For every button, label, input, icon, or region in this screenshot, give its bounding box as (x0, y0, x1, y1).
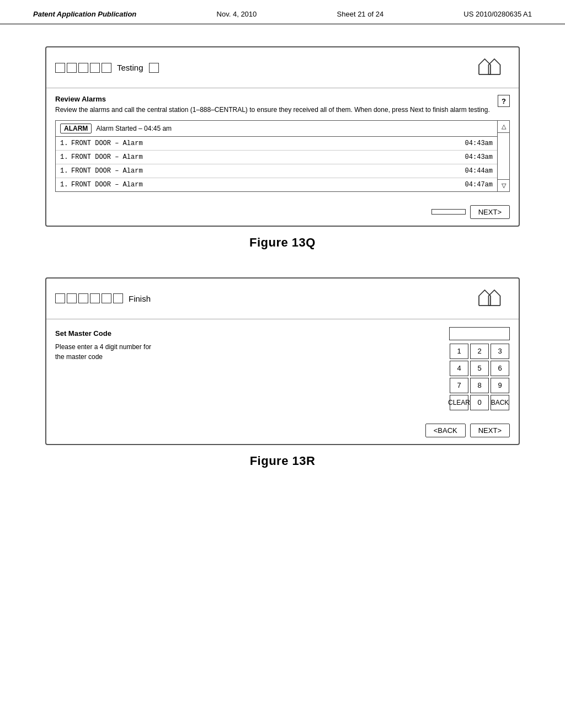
topbar-right-13r (471, 284, 510, 313)
alarm-row: 1. FRONT DOOR – Alarm 04:47am (56, 178, 497, 191)
alarm-row: 1. FRONT DOOR – Alarm 04:44am (56, 164, 497, 178)
step-box-r4 (90, 293, 100, 303)
code-input-field[interactable] (449, 327, 510, 340)
key-7[interactable]: 7 (450, 378, 468, 393)
key-1[interactable]: 1 (450, 344, 468, 359)
panel-footer-13q: NEXT> (46, 200, 519, 226)
key-back[interactable]: BACK (491, 395, 509, 410)
figure-13q: Testing ? Review Alarms (44, 46, 521, 250)
panel-topbar-13q: Testing (46, 47, 519, 88)
key-5[interactable]: 5 (470, 361, 489, 376)
master-code-right: 1 2 3 4 5 6 7 8 9 CLEAR 0 BACK (449, 327, 510, 410)
master-code-left: Set Master Code Please enter a 4 digit n… (55, 327, 438, 410)
panel-footer-13r: <BACK NEXT> (46, 418, 519, 444)
alarm-row: 1. FRONT DOOR – Alarm 04:43am (56, 151, 497, 164)
step-box-5 (102, 63, 111, 73)
step-box-r6 (113, 293, 123, 303)
patent-label: US 2010/0280635 A1 (463, 10, 532, 18)
alarm-num-4: 1. (60, 181, 71, 189)
alarm-desc-4: FRONT DOOR – Alarm (71, 181, 449, 189)
alarm-row: 1. FRONT DOOR – Alarm 04:43am (56, 137, 497, 151)
key-4[interactable]: 4 (450, 361, 468, 376)
alarm-time-3: 04:44am (449, 167, 493, 175)
home-icon-13r (471, 284, 510, 312)
scroll-down-btn[interactable]: ▽ (498, 179, 509, 191)
page-header: Patent Application Publication Nov. 4, 2… (0, 0, 565, 24)
panel-13r: Finish Set Master Code Please enter (45, 277, 520, 445)
alarm-desc-1: FRONT DOOR – Alarm (71, 140, 449, 147)
alarm-tag: ALARM (60, 124, 92, 133)
alarm-list-container: ALARM Alarm Started – 04:45 am 1. FRONT … (55, 120, 510, 192)
section-desc-13q: Review the alarms and call the central s… (55, 105, 510, 115)
key-8[interactable]: 8 (470, 378, 489, 393)
master-code-body: Set Master Code Please enter a 4 digit n… (46, 319, 519, 418)
next-button-13q[interactable]: NEXT> (470, 205, 510, 219)
alarm-time-4: 04:47am (449, 181, 493, 189)
step-box-1 (55, 63, 65, 73)
panel-13q: Testing ? Review Alarms (45, 46, 520, 227)
key-6[interactable]: 6 (491, 361, 509, 376)
next-button-13r[interactable]: NEXT> (470, 424, 510, 437)
home-icon (471, 53, 510, 81)
keypad: 1 2 3 4 5 6 7 8 9 CLEAR 0 BACK (450, 344, 509, 410)
key-2[interactable]: 2 (470, 344, 489, 359)
main-content: Testing ? Review Alarms (0, 24, 565, 518)
key-9[interactable]: 9 (491, 378, 509, 393)
alarm-num-1: 1. (60, 140, 71, 147)
topbar-left-13r: Finish (55, 293, 151, 303)
back-button-13r[interactable]: <BACK (425, 424, 466, 437)
alarm-desc-2: FRONT DOOR – Alarm (71, 153, 449, 161)
step-box-r3 (78, 293, 88, 303)
help-button-13q[interactable]: ? (498, 95, 510, 107)
step-box-2 (67, 63, 77, 73)
step-boxes-13q (55, 63, 111, 73)
topbar-right-13q (471, 53, 510, 82)
panel-topbar-13r: Finish (46, 279, 519, 319)
scroll-up-btn[interactable]: △ (498, 121, 509, 133)
figure-13r: Finish Set Master Code Please enter (44, 277, 521, 468)
sheet-label: Sheet 21 of 24 (337, 10, 384, 18)
master-code-desc-line1: Please enter a 4 digit number for (55, 343, 151, 351)
alarm-time-2: 04:43am (449, 153, 493, 161)
step-label-13r: Finish (129, 294, 151, 303)
section-title-13q: Review Alarms (55, 95, 510, 103)
step-boxes-13r (55, 293, 123, 303)
master-code-desc: Please enter a 4 digit number for the ma… (55, 342, 438, 362)
step-box-r5 (102, 293, 111, 303)
step-box-4 (90, 63, 100, 73)
alarm-list: ALARM Alarm Started – 04:45 am 1. FRONT … (55, 120, 498, 192)
figure-13r-caption: Figure 13R (44, 454, 521, 468)
key-3[interactable]: 3 (491, 344, 509, 359)
publication-label: Patent Application Publication (33, 10, 136, 18)
key-clear[interactable]: CLEAR (450, 395, 468, 410)
date-label: Nov. 4, 2010 (217, 10, 257, 18)
alarm-num-3: 1. (60, 167, 71, 175)
panel-body-13q: ? Review Alarms Review the alarms and ca… (46, 88, 519, 200)
step-box-r2 (67, 293, 77, 303)
alarm-header-text: Alarm Started – 04:45 am (96, 125, 172, 132)
step-extra-box-13q (149, 63, 159, 73)
alarm-desc-3: FRONT DOOR – Alarm (71, 167, 449, 175)
alarm-list-header: ALARM Alarm Started – 04:45 am (56, 121, 497, 137)
alarm-num-2: 1. (60, 153, 71, 161)
key-0[interactable]: 0 (470, 395, 489, 410)
step-box-3 (78, 63, 88, 73)
master-code-desc-line2: the master code (55, 353, 103, 361)
scrollbar-13q[interactable]: △ ▽ (498, 120, 510, 192)
blank-button-13q[interactable] (431, 209, 466, 215)
alarm-time-1: 04:43am (449, 140, 493, 147)
figure-13q-caption: Figure 13Q (44, 235, 521, 250)
step-label-13q: Testing (117, 63, 143, 72)
topbar-left-13q: Testing (55, 63, 159, 73)
master-code-title: Set Master Code (55, 329, 438, 338)
step-box-r1 (55, 293, 65, 303)
